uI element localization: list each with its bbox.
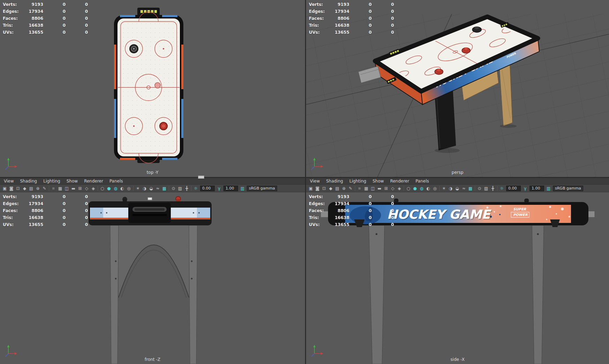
menu-panels[interactable]: Panels (106, 178, 126, 184)
gate-mask-icon[interactable]: ▬ (376, 185, 383, 192)
color-management-icon[interactable]: ▥ (239, 185, 246, 192)
use-default-material-icon[interactable]: ◐ (425, 185, 432, 192)
wireframe-icon[interactable]: ○ (99, 185, 106, 192)
ambient-occlusion-icon[interactable]: ◒ (148, 185, 154, 192)
bookmark-icon[interactable]: ◆ (327, 185, 334, 192)
safe-action-icon[interactable]: ◇ (389, 185, 396, 192)
xray-icon[interactable]: ▨ (177, 185, 183, 192)
menu-show[interactable]: Show (63, 178, 81, 184)
all-lights-icon[interactable]: ☀ (441, 185, 447, 192)
use-default-material-icon[interactable]: ◐ (119, 185, 125, 192)
safe-title-icon[interactable]: ◈ (90, 185, 97, 192)
image-plane-icon[interactable]: ▤ (334, 185, 341, 192)
banner-sub2: POWER (513, 213, 528, 217)
grid-icon[interactable]: ⌗ (50, 185, 57, 192)
menu-lighting[interactable]: Lighting (346, 178, 370, 184)
viewport-front[interactable]: Verts:919300 Edges:1793400 Faces:880600 … (0, 192, 305, 364)
xray-icon[interactable]: ▨ (483, 185, 489, 192)
color-management-icon[interactable]: ▥ (545, 185, 552, 192)
air-hockey-table-top-view[interactable] (114, 8, 183, 163)
exposure-icon[interactable]: ☼ (192, 185, 199, 192)
mallet-red-persp-1[interactable] (462, 48, 470, 54)
mallet-dark[interactable] (130, 45, 138, 53)
menu-show[interactable]: Show (370, 178, 387, 184)
exposure-field[interactable]: 0.00 (200, 186, 215, 191)
field-chart-icon[interactable]: ⊞ (77, 185, 83, 192)
grease-pencil-icon[interactable]: ✎ (347, 185, 354, 192)
puck[interactable] (155, 83, 160, 88)
film-gate-icon[interactable]: ▦ (363, 185, 370, 192)
mallet-dark-persp[interactable] (472, 26, 481, 32)
menu-renderer[interactable]: Renderer (81, 178, 106, 184)
multisample-aa-icon[interactable]: ▩ (161, 185, 168, 192)
air-hockey-table-front-view[interactable] (89, 196, 212, 364)
safe-action-icon[interactable]: ◇ (83, 185, 90, 192)
resolution-gate-icon[interactable]: ◫ (63, 185, 70, 192)
textured-icon[interactable]: ◍ (418, 185, 425, 192)
view-transform-select[interactable]: sRGB gamma (247, 186, 277, 191)
viewport-top[interactable]: Verts:919300 Edges:1793400 Faces:880600 … (0, 0, 305, 177)
mallet-red-persp-2[interactable] (435, 69, 443, 75)
isolate-select-icon[interactable]: ⊙ (170, 185, 177, 192)
menu-shading[interactable]: Shading (323, 178, 346, 184)
gate-mask-icon[interactable]: ▬ (70, 185, 77, 192)
camera-attributes-icon[interactable]: ⊡ (321, 185, 327, 192)
safe-title-icon[interactable]: ◈ (396, 185, 403, 192)
multisample-aa-icon[interactable]: ▩ (467, 185, 474, 192)
image-plane-icon[interactable]: ▤ (28, 185, 35, 192)
menu-view[interactable]: View (307, 178, 323, 184)
field-chart-icon[interactable]: ⊞ (383, 185, 389, 192)
gamma-icon[interactable]: γ (522, 185, 528, 192)
menu-view[interactable]: View (1, 178, 17, 184)
view-transform-select[interactable]: sRGB gamma (553, 186, 583, 191)
pan-zoom-icon[interactable]: ⊕ (341, 185, 347, 192)
banner-title: HOCKEY GAME (387, 207, 492, 222)
menu-shading[interactable]: Shading (17, 178, 40, 184)
gamma-field[interactable]: 1.00 (530, 186, 544, 191)
pane-grip[interactable] (198, 176, 204, 179)
xray-joints-icon[interactable]: ╋ (489, 185, 496, 192)
wireframe-on-shaded-icon[interactable]: ◎ (125, 185, 132, 192)
gamma-field[interactable]: 1.00 (223, 186, 238, 191)
wireframe-on-shaded-icon[interactable]: ◎ (432, 185, 438, 192)
lock-camera-icon[interactable]: ◙ (314, 185, 321, 192)
axis-gizmo (5, 345, 17, 357)
maya-four-view-layout: Verts:919300 Edges:1793400 Faces:880600 … (0, 0, 609, 364)
shadows-icon[interactable]: ◑ (141, 185, 148, 192)
viewport-side[interactable]: HOCKEY GAME HOCKEY GAME SUPER POWER (306, 192, 609, 364)
all-lights-icon[interactable]: ☀ (135, 185, 141, 192)
exposure-icon[interactable]: ☼ (498, 185, 505, 192)
ambient-occlusion-icon[interactable]: ◒ (454, 185, 460, 192)
pan-zoom-icon[interactable]: ⊕ (35, 185, 41, 192)
shadows-icon[interactable]: ◑ (447, 185, 454, 192)
resolution-gate-icon[interactable]: ◫ (370, 185, 376, 192)
shaded-icon[interactable]: ● (106, 185, 112, 192)
select-camera-icon[interactable]: ▣ (307, 185, 314, 192)
film-gate-icon[interactable]: ▦ (57, 185, 63, 192)
front-view-canvas (0, 192, 305, 364)
air-hockey-table-side-view[interactable]: HOCKEY GAME HOCKEY GAME SUPER POWER (321, 199, 595, 364)
gamma-icon[interactable]: γ (216, 185, 222, 192)
mallet-red[interactable] (160, 122, 167, 130)
wireframe-icon[interactable]: ○ (405, 185, 412, 192)
grid-icon[interactable]: ⌗ (356, 185, 363, 192)
menu-renderer[interactable]: Renderer (387, 178, 412, 184)
shaded-icon[interactable]: ● (412, 185, 418, 192)
axis-gizmo (5, 158, 17, 170)
isolate-select-icon[interactable]: ⊙ (476, 185, 483, 192)
exposure-field[interactable]: 0.00 (506, 186, 521, 191)
camera-attributes-icon[interactable]: ⊡ (15, 185, 21, 192)
textured-icon[interactable]: ◍ (112, 185, 119, 192)
viewport-persp[interactable]: HOCKEY GAME SUPER POWER (306, 0, 609, 177)
lock-camera-icon[interactable]: ◙ (8, 185, 15, 192)
bookmark-icon[interactable]: ◆ (21, 185, 28, 192)
select-camera-icon[interactable]: ▣ (1, 185, 8, 192)
table-leg-left-side (369, 225, 385, 364)
motion-blur-icon[interactable]: ≈ (154, 185, 161, 192)
xray-joints-icon[interactable]: ╋ (183, 185, 190, 192)
grease-pencil-icon[interactable]: ✎ (41, 185, 48, 192)
panel-front: View Shading Lighting Show Renderer Pane… (0, 178, 305, 364)
motion-blur-icon[interactable]: ≈ (460, 185, 467, 192)
menu-lighting[interactable]: Lighting (40, 178, 63, 184)
menu-panels[interactable]: Panels (412, 178, 432, 184)
